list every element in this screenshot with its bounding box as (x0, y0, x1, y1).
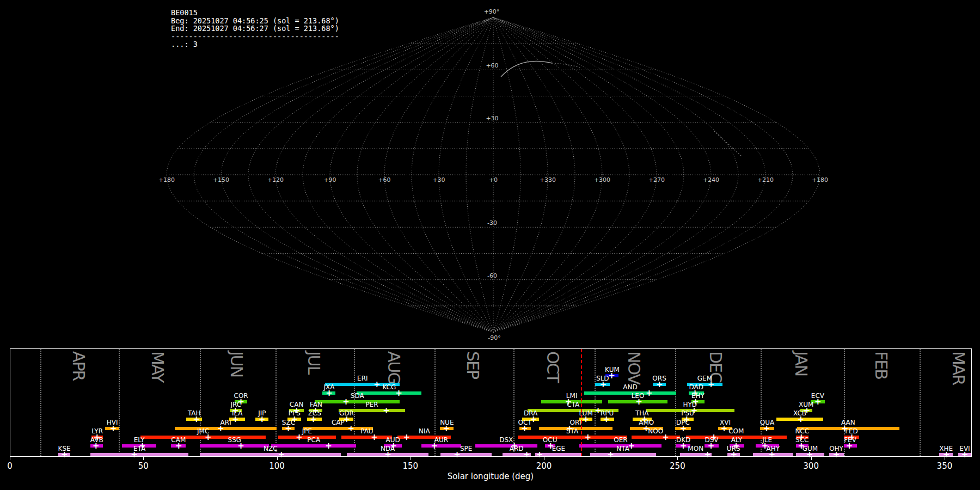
meteor-trail (552, 63, 580, 68)
peak-marker: + (961, 450, 968, 459)
peak-marker: + (232, 406, 238, 415)
peak-marker: + (798, 415, 804, 424)
month-label: OCT (543, 351, 562, 382)
peak-marker: + (607, 450, 614, 459)
shower-code-label: AAN (831, 419, 866, 426)
peak-marker: + (733, 442, 739, 450)
month-label: MAR (949, 351, 968, 384)
peak-marker: + (395, 389, 402, 397)
peak-marker: + (139, 442, 145, 450)
month-label: SEP (463, 351, 482, 378)
peak-marker: + (848, 433, 855, 442)
axis-tick (10, 457, 10, 460)
peak-marker: + (721, 424, 727, 433)
shower-code-label: GEM (687, 375, 722, 382)
month-boundary-line (200, 349, 201, 456)
shower-code-label: EGE (541, 445, 576, 452)
map-longitude-label: +300 (594, 176, 610, 183)
grid-meridian (493, 17, 820, 332)
month-boundary-line (920, 349, 921, 456)
meteor-shower-app: { "header": { "station": "BE0015", "beg_… (0, 0, 980, 490)
peak-marker: + (431, 442, 438, 450)
peak-marker: + (403, 433, 409, 442)
peak-marker: + (600, 380, 607, 389)
peak-marker: + (110, 424, 117, 433)
axis-tick (411, 457, 411, 460)
peak-marker: + (193, 415, 199, 424)
peak-marker: + (547, 442, 554, 450)
meteor-trail (714, 131, 742, 157)
map-longitude-label: +180 (812, 176, 828, 183)
peak-marker: + (232, 415, 238, 424)
axis-tick (143, 457, 144, 460)
axis-tick-label: 100 (261, 461, 293, 471)
peak-marker: + (708, 380, 714, 389)
axis-tick-label: 200 (528, 461, 560, 471)
peak-marker: + (344, 415, 350, 424)
session-info: BE0015 Beg: 20251027 04:56:25 (sol = 213… (171, 9, 339, 48)
map-latitude-label: +30 (486, 115, 498, 122)
peak-marker: + (291, 415, 297, 424)
shower-code-label: JMC (186, 428, 220, 435)
map-longitude-label: +120 (267, 176, 284, 183)
peak-marker: + (285, 424, 291, 433)
current-sol-line (581, 349, 582, 456)
peak-marker: + (536, 450, 543, 459)
peak-marker: + (680, 442, 687, 450)
map-longitude-label: +150 (213, 176, 229, 183)
month-label: MAY (148, 351, 167, 382)
detection-count: ...: 3 (171, 40, 198, 48)
shower-bar (440, 453, 492, 456)
map-longitude-label: +210 (757, 176, 774, 183)
month-label: JUL (304, 351, 323, 374)
month-label: AUG (384, 351, 403, 384)
peak-marker: + (585, 433, 591, 442)
shower-code-label: SSG (217, 437, 252, 444)
sky-map: +180+150+120+90+60+30+0+330+300+270+240+… (0, 0, 980, 348)
separator-line: -------------------------------------- (171, 32, 339, 41)
axis-tick (544, 457, 544, 460)
shower-code-label: HYD (672, 401, 707, 408)
station-id: BE0015 (171, 8, 198, 17)
peak-marker: + (310, 415, 316, 424)
peak-marker: + (643, 424, 650, 433)
peak-marker: + (841, 424, 848, 433)
map-latitude-label: -60 (487, 272, 497, 279)
peak-marker: + (342, 397, 349, 406)
peak-marker: + (454, 450, 460, 459)
month-label: JUN (227, 351, 246, 377)
peak-marker: + (641, 415, 648, 424)
peak-marker: + (390, 442, 396, 450)
peak-marker: + (691, 406, 697, 415)
peak-marker: + (608, 371, 615, 380)
month-boundary-line (119, 349, 120, 456)
peak-marker: + (384, 450, 391, 459)
grid-meridian (167, 17, 493, 332)
map-longitude-label: +90 (323, 176, 336, 183)
peak-marker: + (762, 442, 768, 450)
axis-tick (277, 457, 278, 460)
peak-marker: + (730, 450, 737, 459)
peak-marker: + (521, 424, 528, 433)
peak-marker: + (943, 450, 950, 459)
map-pole-top-label: +90° (484, 8, 500, 15)
peak-marker: + (371, 433, 377, 442)
peak-marker: + (566, 424, 573, 433)
peak-marker: + (798, 433, 805, 442)
map-longitude-label: +30 (432, 176, 445, 183)
axis-tick-label: 50 (127, 461, 160, 471)
peak-marker: + (312, 406, 318, 415)
peak-marker: + (804, 406, 810, 415)
shower-code-label: DSX (489, 437, 524, 444)
peak-marker: + (237, 442, 244, 450)
month-boundary-line (275, 349, 277, 456)
peak-marker: + (656, 380, 663, 389)
shower-activity-chart: APRMAYJUNJULAUGSEPOCTNOVDECJANFEBMAR+KUM… (10, 348, 972, 457)
month-label: APR (69, 351, 88, 380)
map-pole-bottom-label: -90° (488, 334, 500, 341)
peak-marker: + (131, 450, 137, 459)
shower-code-label: JPE (290, 428, 324, 435)
peak-marker: + (806, 450, 813, 459)
axis-tick-label: 300 (795, 461, 828, 471)
map-longitude-label: +60 (378, 176, 390, 183)
